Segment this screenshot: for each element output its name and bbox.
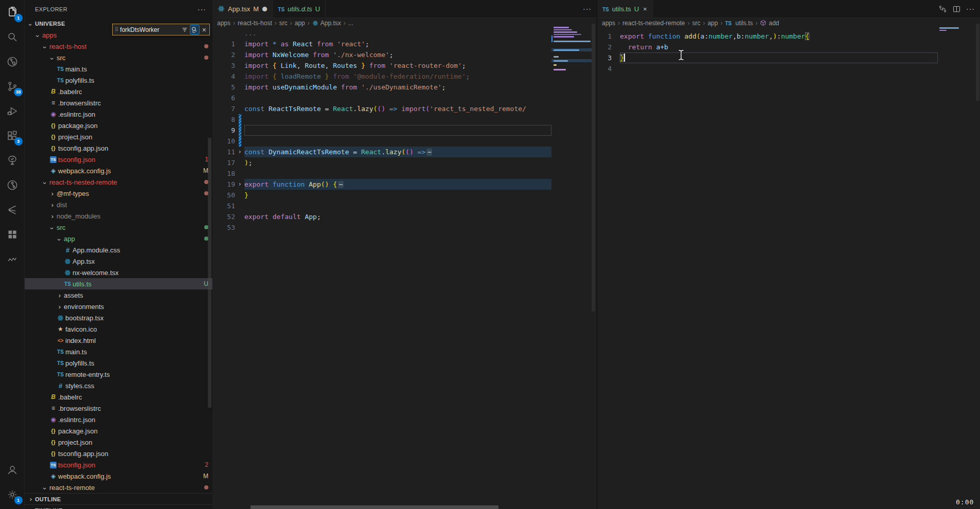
breadcrumb-item[interactable]: ... <box>348 20 353 27</box>
tree-file-.eslintrc.json[interactable]: ◉.eslintrc.json <box>25 108 212 120</box>
activity-item-git-graph[interactable] <box>0 173 25 197</box>
activity-item-source-control[interactable]: 38 <box>0 74 25 99</box>
line-content[interactable]: import NxWelcome from './nx-welcome'; <box>244 49 551 60</box>
filter-input[interactable]: forkDtsWorker <box>120 26 179 33</box>
panel-header-outline[interactable]: ›OUTLINE <box>25 493 212 504</box>
code-line-18[interactable]: 18 <box>212 168 551 179</box>
code-editor[interactable]: ...1import * as React from 'react';2impo… <box>212 28 551 233</box>
line-content[interactable]: ... <box>244 28 551 39</box>
code-line-1[interactable]: 1export function add(a:number,b:number,)… <box>597 31 938 42</box>
line-content[interactable]: export function add(a:number,b:number,):… <box>620 31 938 42</box>
split-editor-icon[interactable] <box>952 5 961 13</box>
tree-file-favicon.ico[interactable]: ★favicon.ico <box>25 323 212 335</box>
code-line-17[interactable]: 17); <box>212 157 551 168</box>
more-actions-icon[interactable]: ··· <box>966 5 975 13</box>
activity-item-account[interactable] <box>0 458 25 482</box>
line-content[interactable]: } <box>620 52 938 63</box>
tree-file-App.tsx[interactable]: App.tsx <box>25 256 212 267</box>
tree-file-project.json[interactable]: {}project.json <box>25 437 212 448</box>
activity-item-search[interactable] <box>0 25 25 49</box>
breadcrumb-item[interactable]: TSutils.ts <box>725 20 753 27</box>
code-line-4[interactable]: 4import { loadRemote } from '@module-fed… <box>212 71 551 82</box>
tree-folder-@mf-types[interactable]: ›@mf-types <box>25 188 212 199</box>
code-line-52[interactable]: 52export default App; <box>212 211 551 222</box>
tree-file-nx-welcome.tsx[interactable]: nx-welcome.tsx <box>25 267 212 278</box>
tab-utils.d.ts[interactable]: TSutils.d.tsU <box>273 0 326 17</box>
breadcrumb-item[interactable]: apps <box>602 20 615 27</box>
activity-item-explorer[interactable]: 1 <box>0 0 25 25</box>
breadcrumb-item[interactable]: app <box>707 20 718 27</box>
line-content[interactable] <box>244 125 551 136</box>
sidebar-scrollbar[interactable] <box>208 138 211 408</box>
tree-file-tsconfig.json[interactable]: TStsconfig.json1 <box>25 154 212 165</box>
code-line-51[interactable]: 51 <box>212 201 551 211</box>
tree-file-.eslintrc.json[interactable]: ◉.eslintrc.json <box>25 414 212 425</box>
activity-item-circled-branch[interactable] <box>0 49 25 74</box>
code-line-50[interactable]: 50} <box>212 190 551 201</box>
activity-item-wave[interactable] <box>0 247 25 271</box>
code-line-19[interactable]: 19›export function App() {⋯ <box>212 179 551 190</box>
tree-file-.browserslistrc[interactable]: ≡.browserslistrc <box>25 97 212 108</box>
code-line-8[interactable]: 8 <box>212 114 551 125</box>
minimap[interactable] <box>551 25 592 86</box>
explorer-more-actions-icon[interactable]: ··· <box>198 5 206 13</box>
tree-folder-src[interactable]: ›src <box>25 222 212 233</box>
tree-folder-app[interactable]: ›app <box>25 233 212 244</box>
breadcrumb-item[interactable]: App.tsx <box>312 20 341 27</box>
code-line[interactable]: ... <box>212 28 551 39</box>
dirty-indicator-icon[interactable]: ⬤ <box>262 6 267 11</box>
code-line-2[interactable]: 2 return a+b <box>597 42 938 52</box>
line-content[interactable] <box>244 201 551 211</box>
line-content[interactable]: import * as React from 'react'; <box>244 39 551 49</box>
line-content[interactable]: const ReactTsRemote = React.lazy(() => i… <box>244 103 551 114</box>
code-line-5[interactable]: 5import useDynamicModule from './useDyna… <box>212 82 551 93</box>
tab-close-icon[interactable]: × <box>643 5 647 13</box>
tab-utils.ts[interactable]: TSutils.tsU× <box>597 0 653 17</box>
filter-icon[interactable] <box>181 26 188 33</box>
breadcrumb-item[interactable]: react-ts-nested-remote <box>622 20 685 27</box>
activity-item-settings[interactable]: 1 <box>0 482 25 507</box>
tree-file-polyfills.ts[interactable]: TSpolyfills.ts <box>25 357 212 369</box>
tree-folder-node_modules[interactable]: ›node_modules <box>25 210 212 222</box>
tree-file-remote-entry.ts[interactable]: TSremote-entry.ts <box>25 369 212 380</box>
line-content[interactable] <box>244 136 551 147</box>
tree-file-project.json[interactable]: {}project.json <box>25 131 212 142</box>
vertical-scrollbar[interactable] <box>592 24 595 312</box>
code-line-9[interactable]: 9 <box>212 125 551 136</box>
breadcrumb-item[interactable]: app <box>295 20 305 27</box>
activity-item-extensions[interactable]: 3 <box>0 123 25 148</box>
code-line-2[interactable]: 2import NxWelcome from './nx-welcome'; <box>212 49 551 60</box>
code-line-10[interactable]: 10 <box>212 136 551 147</box>
breadcrumb-item[interactable]: add <box>760 20 779 27</box>
line-content[interactable]: import { Link, Route, Routes } from 'rea… <box>244 60 551 71</box>
tree-file-main.ts[interactable]: TSmain.ts <box>25 346 212 357</box>
tree-folder-react-ts-nested-remote[interactable]: ›react-ts-nested-remote <box>25 176 212 188</box>
fuzzy-match-toggle[interactable] <box>190 25 200 34</box>
tab-App.tsx[interactable]: App.tsxM⬤ <box>212 0 273 17</box>
tree-folder-environments[interactable]: ›environments <box>25 301 212 312</box>
line-content[interactable] <box>244 114 551 125</box>
filter-close-icon[interactable]: × <box>201 26 207 34</box>
tree-file-tsconfig.app.json[interactable]: {}tsconfig.app.json <box>25 448 212 459</box>
code-editor[interactable]: 1export function add(a:number,b:number,)… <box>597 28 938 74</box>
fold-chevron-icon[interactable]: › <box>235 179 244 190</box>
line-content[interactable]: import { loadRemote } from '@module-fede… <box>244 71 551 82</box>
minimap[interactable] <box>938 26 966 87</box>
tree-file-styles.css[interactable]: #styles.css <box>25 380 212 391</box>
tree-file-bootstrap.tsx[interactable]: bootstrap.tsx <box>25 312 212 323</box>
line-content[interactable] <box>244 93 551 103</box>
line-content[interactable] <box>620 63 938 74</box>
tree-file-webpack.config.js[interactable]: ◈webpack.config.jsM <box>25 470 212 482</box>
filter-grip-icon[interactable]: ⠿ <box>115 27 118 32</box>
tree-file-webpack.config.js[interactable]: ◈webpack.config.jsM <box>25 165 212 176</box>
tree-folder-react-ts-remote[interactable]: ›react-ts-remote <box>25 482 212 493</box>
tree-folder-src[interactable]: ›src <box>25 52 212 63</box>
vertical-scrollbar[interactable] <box>976 24 979 101</box>
tree-file-polyfills.ts[interactable]: TSpolyfills.ts <box>25 75 212 86</box>
horizontal-scrollbar[interactable] <box>251 505 498 509</box>
tree-file-.browserslistrc[interactable]: ≡.browserslistrc <box>25 403 212 414</box>
tree-filter-widget[interactable]: ⠿ forkDtsWorker × <box>112 24 210 35</box>
code-line-53[interactable]: 53 <box>212 222 551 233</box>
activity-item-todo-tree[interactable] <box>0 148 25 173</box>
activity-item-kilo[interactable] <box>0 197 25 222</box>
